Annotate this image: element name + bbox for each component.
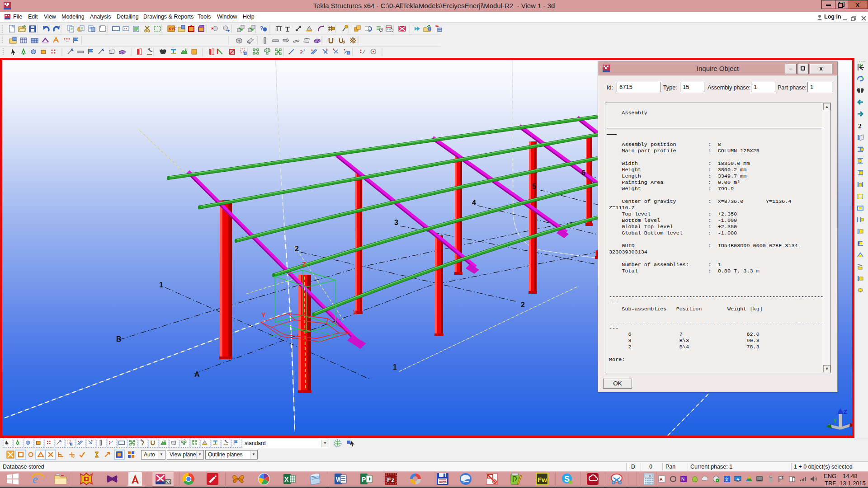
svg-text:3: 3 bbox=[394, 219, 398, 226]
svg-text:KYF: KYF bbox=[169, 27, 177, 31]
svg-text:A: A bbox=[660, 477, 663, 482]
svg-text:5: 5 bbox=[532, 183, 536, 190]
svg-text:Z: Z bbox=[302, 260, 306, 268]
svg-text:8: 8 bbox=[72, 454, 75, 459]
svg-text:2: 2 bbox=[858, 122, 862, 130]
svg-text:4: 4 bbox=[472, 199, 476, 206]
svg-text:1: 1 bbox=[393, 363, 397, 371]
svg-text:Fw: Fw bbox=[538, 476, 547, 483]
svg-text:X: X bbox=[353, 308, 357, 316]
svg-text:1: 1 bbox=[159, 281, 163, 289]
svg-text:P: P bbox=[362, 476, 366, 483]
svg-text:N: N bbox=[681, 477, 684, 482]
svg-text:6: 6 bbox=[581, 169, 585, 177]
svg-text:Z: Z bbox=[844, 408, 847, 415]
svg-text:2: 2 bbox=[295, 245, 299, 253]
svg-text:Y: Y bbox=[261, 311, 266, 319]
svg-text:2: 2 bbox=[521, 301, 525, 309]
svg-text:Fz: Fz bbox=[387, 476, 395, 483]
svg-text:?: ? bbox=[260, 25, 263, 32]
svg-text:文: 文 bbox=[725, 477, 729, 482]
svg-text:64: 64 bbox=[443, 481, 447, 484]
svg-text:A: A bbox=[194, 371, 200, 378]
svg-text:Y: Y bbox=[833, 418, 837, 424]
svg-text:B: B bbox=[116, 335, 122, 343]
svg-text:X: X bbox=[284, 476, 289, 483]
